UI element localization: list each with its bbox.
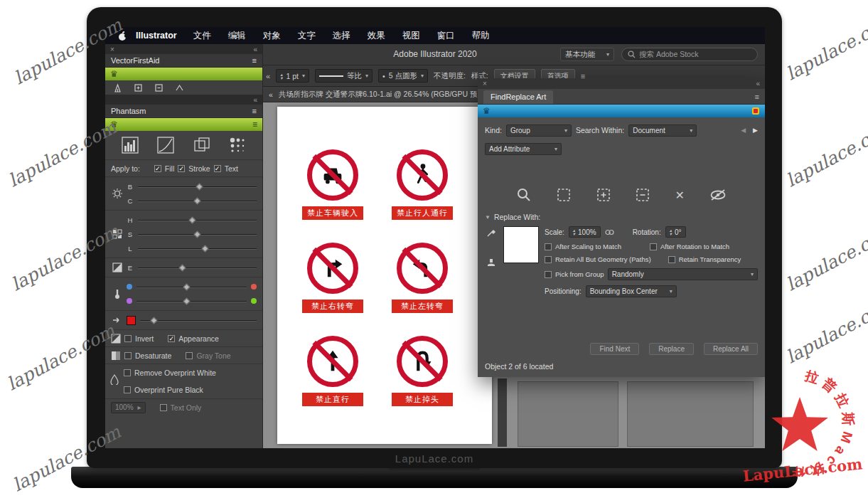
- duplicate-icon[interactable]: [193, 136, 211, 154]
- stock-search-input[interactable]: 搜索 Adobe Stock: [621, 48, 758, 61]
- zoom-select[interactable]: 100% ▸: [111, 402, 146, 413]
- sign-label: 禁止右转弯: [302, 300, 363, 313]
- phantasm-brand-bar: ♛ ≡: [105, 118, 262, 131]
- next-arrow-icon[interactable]: ▶: [753, 127, 758, 134]
- rotation-stepper[interactable]: ▴▾ 0°: [665, 226, 686, 238]
- menu-help[interactable]: 帮助: [464, 30, 498, 42]
- replace-all-button[interactable]: Replace All: [704, 343, 758, 355]
- retain-geometry-checkbox[interactable]: [545, 256, 552, 263]
- marquee-add-icon[interactable]: [596, 188, 611, 202]
- color-swatch[interactable]: [127, 316, 136, 325]
- replacement-swatch[interactable]: [503, 226, 539, 263]
- marquee-icon[interactable]: [557, 188, 571, 202]
- stroke-profile-select[interactable]: 等比 ▾: [315, 69, 373, 83]
- blue-dot-icon: [127, 284, 132, 290]
- after-scaling-checkbox[interactable]: [545, 243, 552, 250]
- close-icon[interactable]: ×: [110, 46, 114, 53]
- kind-label: Kind:: [485, 126, 502, 134]
- workspace-switcher[interactable]: 基本功能 ▾: [560, 48, 614, 61]
- slider-e[interactable]: [138, 264, 257, 272]
- stroke-checkbox[interactable]: [178, 165, 185, 172]
- after-rotation-checkbox[interactable]: [650, 243, 657, 250]
- replace-with-row[interactable]: ▼ Replace With:: [485, 211, 758, 223]
- slider-tint[interactable]: [136, 297, 247, 305]
- pen-tool-icon[interactable]: [112, 83, 123, 93]
- collapse-icon[interactable]: «: [756, 80, 760, 88]
- positioning-select[interactable]: Bounding Box Center ▾: [586, 285, 677, 297]
- scale-stepper[interactable]: ▴▾ 100%: [569, 226, 601, 238]
- search-within-select[interactable]: Document ▾: [628, 124, 697, 137]
- kind-select[interactable]: Group ▾: [506, 124, 572, 137]
- panel-menu-icon[interactable]: ≡: [252, 120, 257, 129]
- vectorfirstaid-tab[interactable]: VectorFirstAid ≡: [105, 54, 262, 68]
- invert-checkbox[interactable]: [124, 335, 132, 342]
- add-anchor-icon[interactable]: [133, 83, 144, 93]
- overprint-pure-black-checkbox[interactable]: [124, 386, 131, 393]
- menu-select[interactable]: 选择: [325, 30, 358, 42]
- halftone-icon[interactable]: [228, 136, 247, 154]
- remove-anchor-icon[interactable]: [154, 83, 164, 93]
- close-icon[interactable]: ×: [483, 80, 487, 88]
- search-icon[interactable]: [516, 187, 532, 203]
- phantasm-tab[interactable]: Phantasm ≡: [105, 105, 262, 118]
- fill-checkbox[interactable]: [154, 165, 161, 172]
- menu-window[interactable]: 窗口: [429, 30, 463, 42]
- menu-file[interactable]: 文件: [186, 30, 219, 42]
- add-attribute-button[interactable]: Add Attribute ▾: [485, 143, 562, 155]
- slider-b[interactable]: [138, 183, 257, 191]
- panel-menu-icon[interactable]: ≡: [252, 56, 257, 65]
- red-dot-icon: [251, 284, 257, 290]
- retain-transparency-checkbox[interactable]: [668, 256, 675, 263]
- menu-object[interactable]: 对象: [255, 30, 289, 42]
- slider-s[interactable]: [138, 231, 257, 238]
- opacity-label[interactable]: 不透明度:: [434, 71, 466, 81]
- collapse-icon[interactable]: «: [253, 96, 257, 104]
- brush-select[interactable]: • 5 点圆形 ▾: [378, 69, 428, 83]
- hide-eye-icon[interactable]: [709, 189, 727, 201]
- appearance-checkbox[interactable]: [168, 335, 175, 342]
- traffic-sign-no-straight: 禁止直行: [299, 336, 367, 406]
- after-rotation-label: After Rotation to Match: [660, 243, 729, 250]
- stamp-icon[interactable]: [486, 258, 496, 267]
- pick-mode-select[interactable]: Randomly ▾: [608, 268, 758, 280]
- pick-from-group-checkbox[interactable]: [545, 271, 552, 278]
- remove-overprint-white-checkbox[interactable]: [124, 369, 131, 376]
- find-next-button[interactable]: Find Next: [590, 343, 639, 355]
- prev-arrow-icon[interactable]: ◀: [741, 127, 746, 134]
- text-only-checkbox[interactable]: [160, 404, 167, 411]
- slider-h-label: H: [127, 216, 134, 224]
- gray-tone-checkbox[interactable]: [186, 352, 193, 359]
- collapse-icon[interactable]: «: [269, 90, 273, 99]
- menu-type[interactable]: 文字: [290, 30, 323, 42]
- crown-icon: ♛: [110, 69, 118, 79]
- desaturate-checkbox[interactable]: [124, 352, 132, 359]
- histogram-icon[interactable]: [121, 136, 139, 154]
- menu-edit[interactable]: 编辑: [220, 30, 254, 42]
- replace-button[interactable]: Replace: [649, 343, 694, 355]
- slider-h[interactable]: [138, 216, 257, 224]
- collapse-icon[interactable]: «: [266, 72, 270, 80]
- traffic-sign-no-car: 禁止车辆驶入: [299, 149, 367, 220]
- findreplace-panel: × « FindReplace Art ≡ ♛ Kind:: [478, 78, 765, 377]
- text-checkbox[interactable]: [214, 165, 221, 172]
- slider-c[interactable]: [138, 197, 257, 205]
- slider-tint-amount[interactable]: [140, 317, 257, 324]
- slider-temperature[interactable]: [136, 283, 247, 291]
- menu-view[interactable]: 视图: [395, 30, 428, 42]
- clear-selection-icon[interactable]: ✕: [675, 189, 684, 202]
- panel-menu-icon[interactable]: ≡: [755, 92, 759, 101]
- convert-point-icon[interactable]: [174, 83, 185, 93]
- app-menu[interactable]: Illustrator: [134, 31, 184, 41]
- findreplace-tab[interactable]: FindReplace Art: [483, 90, 553, 104]
- slider-l[interactable]: [138, 245, 257, 253]
- background-frame: [518, 381, 618, 447]
- collapse-icon[interactable]: «: [253, 46, 257, 53]
- eyedropper-icon[interactable]: [486, 228, 496, 238]
- menu-effect[interactable]: 效果: [360, 30, 393, 42]
- panel-menu-icon[interactable]: ≡: [252, 107, 257, 115]
- marquee-subtract-icon[interactable]: [636, 188, 650, 202]
- stroke-width-field[interactable]: ▴▾ 1 pt ▾: [276, 69, 309, 83]
- link-icon[interactable]: [605, 229, 614, 235]
- curves-icon[interactable]: [156, 136, 175, 154]
- vectorfirstaid-tools: [105, 80, 262, 95]
